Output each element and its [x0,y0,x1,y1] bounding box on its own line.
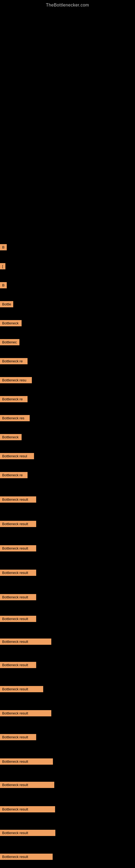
bottleneck-result-item[interactable]: Bottleneck re [0,358,28,364]
bottleneck-result-item[interactable]: Bottleneck result [0,686,43,692]
bottleneck-result-item[interactable]: Bottleneck result [0,782,54,788]
bottleneck-result-item[interactable]: Bottleneck [0,434,21,440]
bottleneck-result-item[interactable]: B [0,282,7,288]
bottleneck-result-item[interactable]: Bottleneck re [0,396,28,402]
bottleneck-result-item[interactable]: Bottleneck result [0,854,53,860]
bottleneck-result-item[interactable]: Bottleneck result [0,830,55,836]
bottleneck-result-item[interactable]: Bottleneck resu [0,377,32,383]
bottleneck-result-item[interactable]: Bottle [0,301,13,307]
bottleneck-result-item[interactable]: Bottleneck result [0,710,51,716]
bottleneck-result-item[interactable]: Bottleneck result [0,521,36,527]
bottleneck-result-item[interactable]: Bottleneck result [0,594,36,600]
bottleneck-result-item[interactable]: [ [0,263,5,269]
bottleneck-result-item[interactable]: Bottleneck result [0,734,36,740]
bottleneck-result-item[interactable]: Bottleneck re [0,472,28,478]
bottleneck-result-item[interactable]: Bottleneck result [0,496,36,503]
bottleneck-result-item[interactable]: Bottleneck result [0,662,36,668]
bottleneck-result-item[interactable]: Bottleneck [0,320,21,326]
bottleneck-result-item[interactable]: Bottleneck result [0,569,36,576]
bottleneck-result-item[interactable]: Bottleneck result [0,758,53,765]
bottleneck-result-item[interactable]: Bottleneck result [0,806,55,812]
bottleneck-result-item[interactable]: Bottlenec [0,339,19,345]
site-title: TheBottlenecker.com [0,0,135,8]
bottleneck-result-item[interactable]: B [0,244,7,250]
bottleneck-result-item[interactable]: Bottleneck res [0,415,30,421]
bottleneck-result-item[interactable]: Bottleneck result [0,639,51,645]
bottleneck-result-item[interactable]: Bottleneck resul [0,453,34,459]
bottleneck-result-item[interactable]: Bottleneck result [0,616,36,622]
bottleneck-result-item[interactable]: Bottleneck result [0,545,36,552]
